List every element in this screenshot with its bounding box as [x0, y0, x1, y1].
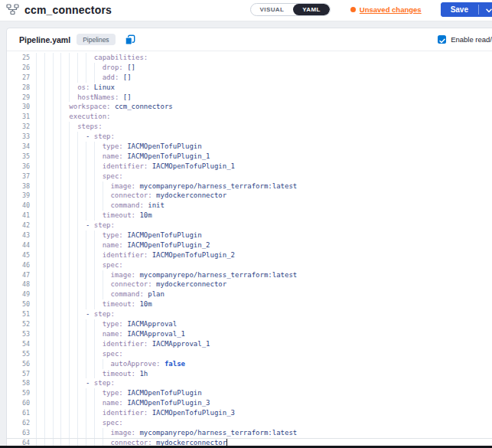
- code-line-33[interactable]: 33- step:: [7, 132, 492, 142]
- unsaved-changes-link[interactable]: Unsaved changes: [350, 5, 422, 14]
- toggle-yaml-button[interactable]: YAML: [293, 4, 330, 15]
- code-line-30[interactable]: 30workspace: ccm_connectors: [7, 102, 492, 112]
- code-line-53[interactable]: 53name: IACMApproval_1: [7, 329, 492, 339]
- pipeline-graph-icon: [6, 4, 19, 15]
- code-line-55[interactable]: 55spec:: [7, 349, 492, 359]
- file-name: Pipeline.yaml: [19, 35, 70, 44]
- chevron-down-icon: [486, 4, 492, 15]
- enable-read-label: Enable read/: [451, 35, 492, 44]
- code-line-36[interactable]: 36identifier: IACMOpenTofuPlugin_1: [7, 162, 492, 172]
- top-header: ccm_connectors VISUAL YAML Unsaved chang…: [0, 0, 492, 21]
- code-line-27[interactable]: 27add: []: [7, 73, 492, 83]
- code-line-49[interactable]: 49command: plan: [7, 289, 492, 299]
- app-root: ccm_connectors VISUAL YAML Unsaved chang…: [0, 0, 492, 448]
- header-actions: VISUAL YAML Unsaved changes Save: [250, 2, 492, 17]
- code-line-25[interactable]: 25capabilities:: [7, 53, 492, 63]
- code-line-61[interactable]: 61identifier: IACMOpenTofuPlugin_3: [7, 408, 492, 418]
- save-options-button[interactable]: [479, 2, 492, 17]
- save-split-button: Save: [441, 2, 492, 17]
- code-line-29[interactable]: 29hostNames: []: [7, 93, 492, 103]
- code-line-38[interactable]: 38image: mycompanyrepo/harness_terraform…: [7, 181, 492, 191]
- enable-read-checkbox[interactable]: [438, 35, 446, 44]
- code-line-28[interactable]: 28os: Linux: [7, 83, 492, 93]
- code-line-50[interactable]: 50timeout: 10m: [7, 299, 492, 309]
- code-line-34[interactable]: 34type: IACMOpenTofuPlugin: [7, 142, 492, 152]
- code-line-37[interactable]: 37spec:: [7, 172, 492, 181]
- code-line-46[interactable]: 46spec:: [7, 260, 492, 270]
- save-button[interactable]: Save: [441, 2, 478, 17]
- code-line-59[interactable]: 59type: IACMOpenTofuPlugin: [7, 388, 492, 398]
- title-group: ccm_connectors: [6, 4, 112, 16]
- read-toggle-group: Enable read/: [438, 35, 492, 44]
- code-line-51[interactable]: 51- step:: [7, 309, 492, 319]
- code-line-56[interactable]: 56autoApprove: false: [7, 359, 492, 369]
- code-line-35[interactable]: 35name: IACMOpenTofuPlugin_1: [7, 152, 492, 162]
- editor-panel-header: Pipeline.yaml Pipelines Enable read/: [7, 28, 492, 51]
- unsaved-changes-label[interactable]: Unsaved changes: [360, 5, 422, 14]
- checkmark-icon: [439, 33, 445, 47]
- page-title: ccm_connectors: [24, 4, 112, 16]
- code-line-58[interactable]: 58- step:: [7, 378, 492, 388]
- code-line-64[interactable]: 64connector: mydockerconnector: [7, 438, 492, 446]
- code-line-42[interactable]: 42- step:: [7, 221, 492, 231]
- yaml-editor-panel: Pipeline.yaml Pipelines Enable read/: [6, 28, 492, 446]
- code-line-62[interactable]: 62spec:: [7, 418, 492, 428]
- toggle-visual-button[interactable]: VISUAL: [251, 4, 294, 15]
- copy-icon[interactable]: [125, 34, 135, 45]
- code-line-40[interactable]: 40command: init: [7, 201, 492, 211]
- code-line-39[interactable]: 39connector: mydockerconnector: [7, 191, 492, 201]
- code-lines: 25capabilities:26drop: []27add: []28os: …: [7, 53, 492, 446]
- code-line-45[interactable]: 45identifier: IACMOpenTofuPlugin_2: [7, 250, 492, 260]
- code-line-31[interactable]: 31execution:: [7, 112, 492, 122]
- code-line-57[interactable]: 57timeout: 1h: [7, 369, 492, 379]
- visual-yaml-toggle[interactable]: VISUAL YAML: [250, 3, 331, 16]
- entity-type-badge: Pipelines: [77, 34, 116, 45]
- code-line-44[interactable]: 44name: IACMOpenTofuPlugin_2: [7, 240, 492, 250]
- yaml-editor[interactable]: 25capabilities:26drop: []27add: []28os: …: [7, 51, 492, 446]
- code-line-54[interactable]: 54identifier: IACMApproval_1: [7, 339, 492, 349]
- code-line-60[interactable]: 60name: IACMOpenTofuPlugin_3: [7, 398, 492, 408]
- code-line-41[interactable]: 41timeout: 10m: [7, 211, 492, 221]
- code-line-52[interactable]: 52type: IACMApproval: [7, 319, 492, 329]
- code-line-43[interactable]: 43type: IACMOpenTofuPlugin: [7, 231, 492, 240]
- code-line-47[interactable]: 47image: mycompanyrepo/harness_terraform…: [7, 270, 492, 280]
- unsaved-dot-icon: [350, 7, 356, 12]
- code-line-48[interactable]: 48connector: mydockerconnector: [7, 280, 492, 289]
- code-line-26[interactable]: 26drop: []: [7, 63, 492, 73]
- code-line-63[interactable]: 63image: mycompanyrepo/harness_terraform…: [7, 428, 492, 438]
- code-line-32[interactable]: 32steps:: [7, 122, 492, 132]
